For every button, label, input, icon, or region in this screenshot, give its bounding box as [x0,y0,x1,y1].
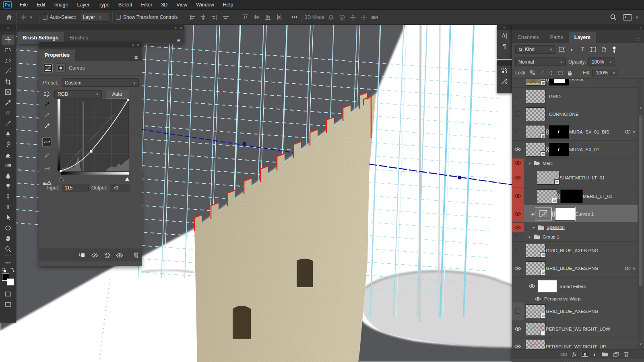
layer-styles-icon[interactable]: fx [572,352,576,358]
visibility-toggle-icon[interactable] [116,253,123,258]
group-row[interactable]: ▸ Group 1 [512,232,638,242]
layer-row[interactable]: CORNICIONE [512,105,638,123]
menu-view[interactable]: View [172,0,192,10]
link-layers-icon[interactable] [560,352,567,356]
lock-artboard-icon[interactable] [557,70,564,76]
toolbar-collapse-icon[interactable]: » [0,25,16,31]
layer-row[interactable]: ▤ GRID_BLUE_AXES.PNG [512,302,638,320]
tool-ellipse[interactable] [2,223,14,233]
panel-collapse-icon[interactable]: « [175,26,177,30]
screen-mode-icon[interactable] [2,299,14,310]
tab-properties[interactable]: Properties [39,49,75,61]
layer-row[interactable]: ▤ MURA_SX_01_BIS ∨ [512,123,638,141]
layer-row[interactable]: ▤ GRID_BLUE_AXES.PNG ∧ [512,259,638,278]
layers-scrollbar[interactable]: ∧ ∨ [638,79,643,349]
tab-brushes[interactable]: Brushes [64,32,94,43]
layer-mask-thumbnail[interactable] [549,125,569,139]
tool-path-selection[interactable] [2,212,14,223]
align-vertical-centers-icon[interactable] [251,14,262,20]
tool-move[interactable] [2,35,14,45]
layer-row[interactable]: ▤ GRID_BLUE_AXES.PNG [512,242,638,259]
visibility-toggle[interactable] [512,278,538,295]
tool-eyedropper[interactable] [2,97,14,108]
visibility-toggle[interactable] [512,320,524,337]
layer-thumbnail[interactable]: ▤ [526,304,546,318]
distribute-vertical-icon[interactable] [273,14,285,20]
character-panel-icon[interactable]: A| [498,30,510,41]
panel-menu-icon[interactable]: ≡ [173,37,184,43]
adjustment-mask-thumbnail[interactable] [555,207,575,221]
home-icon[interactable] [6,14,13,21]
layer-row[interactable]: ▭ SHAPEMERLI_LT_01 [512,168,638,187]
workspace-switcher-icon[interactable] [623,14,632,21]
group-expand-chevron[interactable]: ▸ [528,235,532,239]
new-adjustment-layer-icon[interactable]: ◐ [593,351,597,358]
visibility-toggle[interactable] [512,302,524,320]
dock-expand-icon[interactable]: » [640,26,642,30]
preset-select[interactable]: Custom∨ [62,78,139,87]
visibility-toggle[interactable] [512,105,524,123]
targeted-adjustment-icon[interactable] [43,91,50,97]
visibility-toggle[interactable] [512,88,524,105]
more-align-options-button[interactable]: ••• [291,14,298,20]
visibility-toggle[interactable] [512,232,524,241]
layer-thumbnail[interactable] [526,90,546,103]
tool-lasso[interactable] [2,56,14,66]
auto-select-target-select[interactable]: Layer∨ [80,13,109,22]
tool-crop[interactable] [2,76,14,87]
edit-points-icon[interactable] [42,138,52,146]
layer-thumbnail[interactable]: ▤ [537,189,557,203]
menu-filter[interactable]: Filter [137,0,157,10]
tool-blur[interactable] [2,171,14,181]
swap-colors-icon[interactable] [9,268,15,273]
layer-row[interactable]: GRID [512,88,638,105]
filter-smart-objects-icon[interactable] [600,47,608,52]
visibility-toggle[interactable] [512,223,524,232]
fill-field[interactable]: 100%∨ [592,69,618,77]
layer-mask-thumbnail[interactable] [560,189,583,203]
delete-adjustment-icon[interactable] [134,252,139,258]
menu-file[interactable]: File [15,0,32,10]
layer-thumbnail[interactable]: ▭ [537,171,559,185]
menu-help[interactable]: Help [219,0,238,10]
add-mask-icon[interactable] [582,352,588,357]
output-value-field[interactable]: 70 [110,184,130,191]
align-horizontal-centers-icon[interactable] [198,14,208,20]
visibility-toggle[interactable] [512,338,524,349]
blend-mode-select[interactable]: Normal∨ [515,58,566,66]
tool-frame[interactable] [2,87,14,97]
align-bottom-edges-icon[interactable] [262,14,273,20]
filter-visibility-toggle[interactable] [535,297,542,301]
align-top-edges-icon[interactable] [239,14,251,20]
quick-mask-icon[interactable] [2,289,14,299]
adjustment-layer-thumbnail[interactable] [535,208,552,220]
visibility-toggle[interactable] [512,158,524,168]
default-colors-icon[interactable] [2,268,6,273]
tool-healing-brush[interactable] [2,108,14,118]
layer-thumbnail[interactable]: ▭ [526,322,546,336]
show-transform-checkbox[interactable] [116,15,121,20]
tool-eraser[interactable] [2,150,14,160]
visibility-toggle[interactable] [512,205,524,222]
paragraph-panel-icon[interactable]: ¶ [498,41,510,51]
filter-mask-thumbnail[interactable] [538,280,557,293]
channel-select[interactable]: RGB∨ [54,90,102,99]
filter-adjustment-layers-icon[interactable]: ◐ [568,46,576,53]
menu-window[interactable]: Window [192,0,218,10]
visibility-toggle[interactable] [512,168,524,187]
layer-row[interactable]: PERSPLINE_W1 RIGHT_UP [512,338,638,349]
tool-clone-stamp[interactable] [2,129,14,139]
scroll-down-icon[interactable]: ∨ [638,342,644,346]
background-color-swatch[interactable] [7,278,14,286]
edit-toolbar-icon[interactable]: ••• [2,257,14,268]
layer-thumbnail[interactable]: ▤ [526,244,546,257]
filter-kind-select[interactable]: Kind∨ [515,45,555,54]
scroll-up-icon[interactable]: ∧ [638,106,644,110]
filter-toggle-pin[interactable] [610,46,618,53]
layer-mask-icon[interactable] [56,64,66,72]
visibility-toggle[interactable] [512,259,524,277]
tool-hand[interactable] [2,233,14,244]
tab-paths[interactable]: Paths [545,32,569,43]
white-input-slider[interactable] [124,177,130,181]
tool-presets-panel-icon[interactable] [498,76,510,86]
